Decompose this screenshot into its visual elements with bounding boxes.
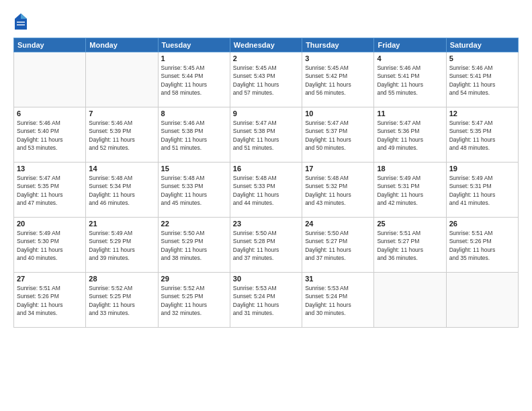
calendar-cell: 13Sunrise: 5:47 AMSunset: 5:35 PMDayligh… xyxy=(14,163,86,218)
calendar-cell: 6Sunrise: 5:46 AMSunset: 5:40 PMDaylight… xyxy=(14,107,86,163)
day-info: Sunrise: 5:47 AMSunset: 5:37 PMDaylight:… xyxy=(305,119,371,152)
day-number: 23 xyxy=(233,220,299,228)
header-saturday: Saturday xyxy=(446,38,518,52)
day-info: Sunrise: 5:47 AMSunset: 5:38 PMDaylight:… xyxy=(233,119,299,152)
day-info: Sunrise: 5:52 AMSunset: 5:25 PMDaylight:… xyxy=(161,284,227,317)
day-info: Sunrise: 5:50 AMSunset: 5:28 PMDaylight:… xyxy=(233,229,299,262)
day-info: Sunrise: 5:46 AMSunset: 5:40 PMDaylight:… xyxy=(17,119,83,152)
day-info: Sunrise: 5:45 AMSunset: 5:43 PMDaylight:… xyxy=(233,64,299,97)
day-info: Sunrise: 5:51 AMSunset: 5:26 PMDaylight:… xyxy=(17,284,83,317)
day-number: 26 xyxy=(449,220,515,228)
day-number: 31 xyxy=(305,275,371,283)
day-info: Sunrise: 5:53 AMSunset: 5:24 PMDaylight:… xyxy=(305,284,371,317)
day-info: Sunrise: 5:49 AMSunset: 5:31 PMDaylight:… xyxy=(449,174,515,207)
day-info: Sunrise: 5:50 AMSunset: 5:29 PMDaylight:… xyxy=(161,229,227,262)
day-number: 24 xyxy=(305,220,371,228)
header-wednesday: Wednesday xyxy=(230,38,302,52)
calendar-cell: 4Sunrise: 5:46 AMSunset: 5:41 PMDaylight… xyxy=(374,52,446,107)
header-friday: Friday xyxy=(374,38,446,52)
calendar-week-3: 13Sunrise: 5:47 AMSunset: 5:35 PMDayligh… xyxy=(14,163,519,218)
day-info: Sunrise: 5:49 AMSunset: 5:30 PMDaylight:… xyxy=(17,229,83,262)
day-number: 19 xyxy=(449,165,515,173)
day-number: 29 xyxy=(161,275,227,283)
day-info: Sunrise: 5:50 AMSunset: 5:27 PMDaylight:… xyxy=(305,229,371,262)
day-number: 27 xyxy=(17,275,83,283)
day-number: 18 xyxy=(377,165,443,173)
day-number: 20 xyxy=(17,220,83,228)
day-info: Sunrise: 5:48 AMSunset: 5:33 PMDaylight:… xyxy=(161,174,227,207)
calendar-cell: 2Sunrise: 5:45 AMSunset: 5:43 PMDaylight… xyxy=(230,52,302,107)
calendar-cell xyxy=(446,273,518,328)
day-number: 14 xyxy=(89,165,154,173)
calendar-cell xyxy=(14,52,86,107)
svg-rect-2 xyxy=(17,21,25,23)
calendar-cell: 29Sunrise: 5:52 AMSunset: 5:25 PMDayligh… xyxy=(158,273,230,328)
day-info: Sunrise: 5:48 AMSunset: 5:33 PMDaylight:… xyxy=(233,174,299,207)
day-number: 17 xyxy=(305,165,371,173)
day-number: 28 xyxy=(89,275,154,283)
day-number: 13 xyxy=(17,165,83,173)
calendar-cell: 28Sunrise: 5:52 AMSunset: 5:25 PMDayligh… xyxy=(86,273,158,328)
calendar-cell: 22Sunrise: 5:50 AMSunset: 5:29 PMDayligh… xyxy=(158,218,230,273)
day-number: 3 xyxy=(305,54,371,62)
calendar-cell: 30Sunrise: 5:53 AMSunset: 5:24 PMDayligh… xyxy=(230,273,302,328)
day-info: Sunrise: 5:48 AMSunset: 5:34 PMDaylight:… xyxy=(89,174,154,207)
calendar-week-5: 27Sunrise: 5:51 AMSunset: 5:26 PMDayligh… xyxy=(14,273,519,328)
day-info: Sunrise: 5:47 AMSunset: 5:35 PMDaylight:… xyxy=(449,119,515,152)
calendar-cell: 21Sunrise: 5:49 AMSunset: 5:29 PMDayligh… xyxy=(86,218,158,273)
calendar-cell: 11Sunrise: 5:47 AMSunset: 5:36 PMDayligh… xyxy=(374,107,446,163)
calendar-cell: 8Sunrise: 5:46 AMSunset: 5:38 PMDaylight… xyxy=(158,107,230,163)
day-info: Sunrise: 5:49 AMSunset: 5:31 PMDaylight:… xyxy=(377,174,443,207)
calendar-week-1: 1Sunrise: 5:45 AMSunset: 5:44 PMDaylight… xyxy=(14,52,519,107)
calendar-cell: 27Sunrise: 5:51 AMSunset: 5:26 PMDayligh… xyxy=(14,273,86,328)
calendar-cell: 10Sunrise: 5:47 AMSunset: 5:37 PMDayligh… xyxy=(302,107,374,163)
day-info: Sunrise: 5:45 AMSunset: 5:44 PMDaylight:… xyxy=(161,64,227,97)
day-info: Sunrise: 5:47 AMSunset: 5:36 PMDaylight:… xyxy=(377,119,443,152)
day-info: Sunrise: 5:46 AMSunset: 5:41 PMDaylight:… xyxy=(449,64,515,97)
day-number: 4 xyxy=(377,54,443,62)
calendar-cell: 15Sunrise: 5:48 AMSunset: 5:33 PMDayligh… xyxy=(158,163,230,218)
day-number: 10 xyxy=(305,109,371,118)
calendar-cell: 9Sunrise: 5:47 AMSunset: 5:38 PMDaylight… xyxy=(230,107,302,163)
svg-rect-3 xyxy=(17,24,25,26)
calendar-table: SundayMondayTuesdayWednesdayThursdayFrid… xyxy=(13,38,519,328)
calendar-week-2: 6Sunrise: 5:46 AMSunset: 5:40 PMDaylight… xyxy=(14,107,519,163)
svg-marker-1 xyxy=(21,13,27,19)
calendar-week-4: 20Sunrise: 5:49 AMSunset: 5:30 PMDayligh… xyxy=(14,218,519,273)
header-tuesday: Tuesday xyxy=(158,38,230,52)
day-info: Sunrise: 5:46 AMSunset: 5:38 PMDaylight:… xyxy=(161,119,227,152)
calendar-cell: 14Sunrise: 5:48 AMSunset: 5:34 PMDayligh… xyxy=(86,163,158,218)
calendar-cell: 7Sunrise: 5:46 AMSunset: 5:39 PMDaylight… xyxy=(86,107,158,163)
calendar-cell: 26Sunrise: 5:51 AMSunset: 5:26 PMDayligh… xyxy=(446,218,518,273)
header-sunday: Sunday xyxy=(14,38,86,52)
day-number: 11 xyxy=(377,109,443,118)
calendar-cell: 25Sunrise: 5:51 AMSunset: 5:27 PMDayligh… xyxy=(374,218,446,273)
day-number: 15 xyxy=(161,165,227,173)
calendar-cell: 31Sunrise: 5:53 AMSunset: 5:24 PMDayligh… xyxy=(302,273,374,328)
day-number: 22 xyxy=(161,220,227,228)
day-info: Sunrise: 5:47 AMSunset: 5:35 PMDaylight:… xyxy=(17,174,83,207)
day-info: Sunrise: 5:51 AMSunset: 5:27 PMDaylight:… xyxy=(377,229,443,262)
day-info: Sunrise: 5:48 AMSunset: 5:32 PMDaylight:… xyxy=(305,174,371,207)
day-number: 9 xyxy=(233,109,299,118)
calendar-cell: 3Sunrise: 5:45 AMSunset: 5:42 PMDaylight… xyxy=(302,52,374,107)
calendar-cell: 12Sunrise: 5:47 AMSunset: 5:35 PMDayligh… xyxy=(446,107,518,163)
day-info: Sunrise: 5:52 AMSunset: 5:25 PMDaylight:… xyxy=(89,284,154,317)
day-number: 2 xyxy=(233,54,299,62)
day-number: 8 xyxy=(161,109,227,118)
day-number: 1 xyxy=(161,54,227,62)
day-number: 25 xyxy=(377,220,443,228)
day-number: 16 xyxy=(233,165,299,173)
day-number: 5 xyxy=(449,54,515,62)
day-info: Sunrise: 5:45 AMSunset: 5:42 PMDaylight:… xyxy=(305,64,371,97)
calendar-cell: 23Sunrise: 5:50 AMSunset: 5:28 PMDayligh… xyxy=(230,218,302,273)
calendar-cell: 17Sunrise: 5:48 AMSunset: 5:32 PMDayligh… xyxy=(302,163,374,218)
day-info: Sunrise: 5:51 AMSunset: 5:26 PMDaylight:… xyxy=(449,229,515,262)
header-thursday: Thursday xyxy=(302,38,374,52)
logo xyxy=(13,12,30,31)
calendar-cell: 16Sunrise: 5:48 AMSunset: 5:33 PMDayligh… xyxy=(230,163,302,218)
day-number: 7 xyxy=(89,109,154,118)
calendar-cell: 19Sunrise: 5:49 AMSunset: 5:31 PMDayligh… xyxy=(446,163,518,218)
day-info: Sunrise: 5:46 AMSunset: 5:41 PMDaylight:… xyxy=(377,64,443,97)
logo-icon xyxy=(13,12,28,31)
